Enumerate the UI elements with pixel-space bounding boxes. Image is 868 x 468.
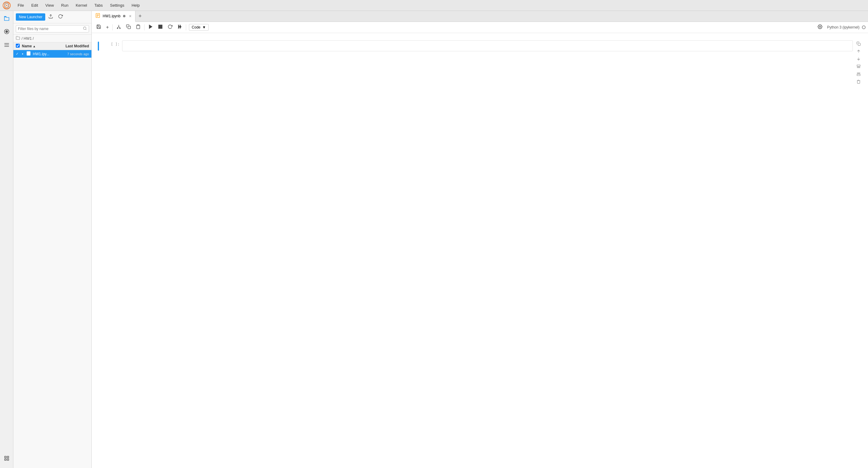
main-layout: New Launcher bbox=[0, 11, 868, 468]
menu-kernel[interactable]: Kernel bbox=[72, 2, 90, 9]
menu-file[interactable]: File bbox=[14, 2, 27, 9]
cell-type-label: Code bbox=[192, 25, 200, 29]
file-browser-panel: New Launcher bbox=[13, 11, 92, 468]
file-toolbar: New Launcher bbox=[13, 11, 91, 23]
svg-line-27 bbox=[119, 27, 120, 28]
delete-cell-button[interactable] bbox=[855, 79, 862, 85]
kernel-info: Python 3 (ipykernel) bbox=[815, 23, 866, 32]
select-all-checkbox[interactable] bbox=[16, 44, 20, 48]
cell-container: [ ]: bbox=[92, 39, 868, 87]
restart-button[interactable] bbox=[165, 23, 175, 32]
sidebar-extension-icon[interactable] bbox=[2, 454, 11, 463]
cell-type-chevron: ▼ bbox=[202, 25, 206, 29]
kernel-name: Python 3 (ipykernel) bbox=[827, 25, 860, 29]
file-dot: ● bbox=[22, 53, 26, 55]
tab-close-button[interactable]: × bbox=[129, 14, 131, 19]
header-name-col[interactable]: Name ▲ bbox=[22, 44, 56, 48]
menu-edit[interactable]: Edit bbox=[28, 2, 41, 9]
add-cell-button[interactable]: + bbox=[104, 23, 111, 31]
cell-active-indicator bbox=[98, 41, 99, 51]
filter-container bbox=[13, 23, 91, 35]
paste-button[interactable] bbox=[134, 23, 143, 32]
toolbar-divider-1 bbox=[112, 24, 113, 30]
filter-input-wrapper bbox=[16, 25, 89, 32]
svg-point-35 bbox=[819, 26, 820, 27]
file-name: HW1.ipy... bbox=[33, 52, 56, 56]
menu-view[interactable]: View bbox=[42, 2, 57, 9]
copy-cell-button[interactable] bbox=[855, 41, 862, 47]
breadcrumb-folder-icon bbox=[16, 36, 20, 41]
new-tab-button[interactable]: + bbox=[135, 11, 145, 22]
svg-rect-12 bbox=[7, 459, 8, 460]
svg-marker-31 bbox=[149, 25, 152, 29]
breadcrumb-path: / HW1 / bbox=[22, 36, 34, 41]
sidebar-files-icon[interactable] bbox=[2, 13, 11, 23]
menu-help[interactable]: Help bbox=[128, 2, 143, 9]
svg-rect-11 bbox=[5, 459, 6, 460]
refresh-button[interactable] bbox=[56, 13, 65, 21]
notebook-content: [ ]: bbox=[92, 33, 868, 468]
svg-point-5 bbox=[5, 31, 8, 33]
svg-rect-36 bbox=[858, 43, 860, 45]
tab-title: HW1.ipynb bbox=[103, 14, 121, 18]
upload-button[interactable] bbox=[46, 13, 55, 21]
tab-notebook-icon bbox=[95, 13, 100, 19]
file-modified: 7 seconds ago bbox=[56, 52, 89, 56]
svg-marker-33 bbox=[180, 25, 181, 29]
restart-run-all-button[interactable] bbox=[175, 23, 184, 32]
notebook-area: HW1.ipynb × + + bbox=[92, 11, 868, 468]
file-checkbox: ✓ bbox=[16, 52, 22, 56]
move-cell-down-button[interactable] bbox=[855, 56, 862, 63]
breadcrumb: / HW1 / bbox=[13, 35, 91, 42]
new-launcher-button[interactable]: New Launcher bbox=[16, 13, 45, 21]
svg-rect-44 bbox=[857, 74, 860, 76]
merge-cell-above-button[interactable] bbox=[855, 64, 862, 70]
move-cell-up-button[interactable] bbox=[855, 48, 862, 55]
svg-line-26 bbox=[118, 27, 119, 28]
cell-input[interactable] bbox=[122, 40, 853, 51]
toolbar-divider-3 bbox=[186, 24, 186, 30]
svg-rect-9 bbox=[5, 456, 6, 458]
search-icon bbox=[83, 26, 87, 31]
save-button[interactable] bbox=[94, 23, 103, 32]
svg-marker-34 bbox=[179, 25, 180, 29]
cell-toolbar-right bbox=[855, 40, 862, 85]
menu-run[interactable]: Run bbox=[58, 2, 71, 9]
file-type-icon bbox=[26, 51, 33, 57]
svg-rect-30 bbox=[137, 25, 139, 26]
svg-rect-10 bbox=[7, 456, 8, 458]
notebook-toolbar: + bbox=[92, 22, 868, 33]
tab-unsaved-indicator bbox=[123, 15, 125, 17]
svg-rect-39 bbox=[857, 65, 860, 66]
header-modified-col[interactable]: Last Modified bbox=[56, 44, 89, 48]
svg-rect-32 bbox=[158, 25, 162, 29]
icon-sidebar bbox=[0, 11, 13, 468]
svg-point-3 bbox=[6, 5, 7, 6]
svg-point-14 bbox=[84, 27, 86, 30]
svg-line-15 bbox=[86, 29, 86, 30]
interrupt-button[interactable] bbox=[156, 23, 165, 32]
cell-type-select[interactable]: Code ▼ bbox=[189, 24, 209, 31]
file-row[interactable]: ✓ ● HW1.ipy... 7 seconds ago bbox=[13, 50, 91, 58]
menu-settings[interactable]: Settings bbox=[107, 2, 127, 9]
toolbar-divider-2 bbox=[144, 24, 145, 30]
notebook-tab[interactable]: HW1.ipynb × bbox=[92, 11, 135, 22]
filter-files-input[interactable] bbox=[18, 27, 83, 31]
svg-rect-29 bbox=[128, 26, 131, 29]
svg-point-25 bbox=[120, 28, 121, 29]
cell-execution-count: [ ]: bbox=[101, 40, 120, 46]
merge-cell-below-button[interactable] bbox=[855, 71, 862, 78]
kernel-settings-button[interactable] bbox=[815, 23, 825, 32]
cut-button[interactable] bbox=[114, 23, 123, 32]
menu-tabs[interactable]: Tabs bbox=[91, 2, 106, 9]
tabs-bar: HW1.ipynb × + bbox=[92, 11, 868, 22]
jupyterlab-logo bbox=[2, 1, 11, 10]
sidebar-commands-icon[interactable] bbox=[2, 40, 11, 50]
sidebar-running-icon[interactable] bbox=[2, 27, 11, 36]
file-list: ✓ ● HW1.ipy... 7 seconds ago bbox=[13, 50, 91, 468]
svg-point-24 bbox=[117, 28, 118, 29]
copy-button[interactable] bbox=[124, 23, 133, 32]
run-button[interactable] bbox=[146, 23, 155, 32]
menu-bar: File Edit View Run Kernel Tabs Settings … bbox=[0, 0, 868, 11]
kernel-status-circle bbox=[862, 26, 866, 29]
